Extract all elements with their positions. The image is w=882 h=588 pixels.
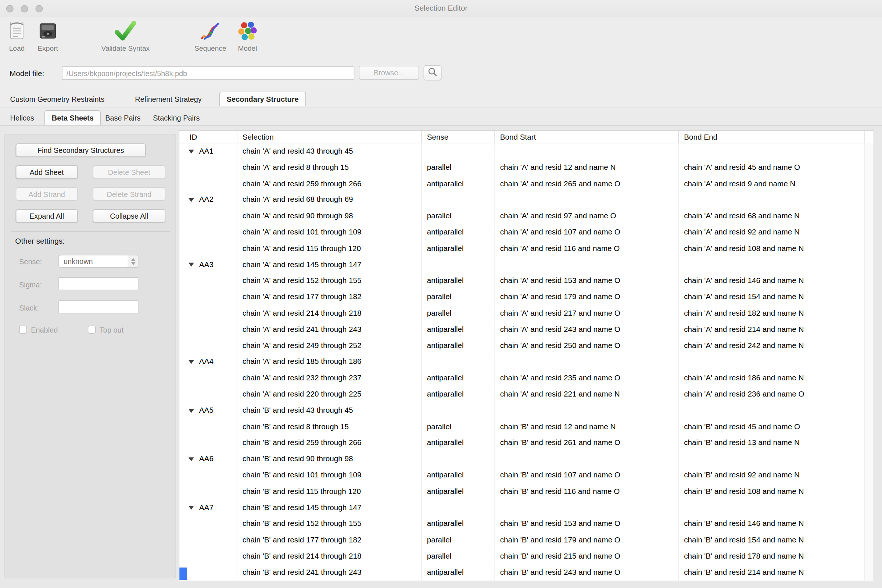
cell-bond-start: chain 'A' and resid 179 and name O (495, 289, 679, 305)
cell-sense: antiparallel (422, 225, 495, 241)
column-header-selection[interactable]: Selection (237, 131, 422, 143)
table-row[interactable]: chain 'A' and resid 177 through 182paral… (179, 289, 873, 305)
disclosure-triangle-icon[interactable] (189, 409, 194, 413)
column-header-bond-end[interactable]: Bond End (679, 131, 864, 143)
cell-bond-start: chain 'B' and resid 179 and name O (495, 532, 679, 548)
toolbar-button-export[interactable]: Export (33, 19, 63, 52)
table-row[interactable]: chain 'A' and resid 90 through 98paralle… (179, 208, 873, 225)
table-row[interactable]: chain 'B' and resid 259 through 266antip… (179, 435, 873, 451)
cell-selection: chain 'A' and resid 259 through 266 (237, 176, 422, 192)
cell-bond-start (495, 403, 679, 419)
table-row[interactable]: chain 'A' and resid 259 through 266antip… (179, 176, 873, 192)
toolbar-button-validate-syntax[interactable]: Validate Syntax (96, 19, 155, 52)
table-row[interactable]: AA5chain 'B' and resid 43 through 45 (179, 403, 873, 419)
cell-selection: chain 'B' and resid 145 through 147 (237, 500, 422, 516)
table-row[interactable]: chain 'A' and resid 220 through 225antip… (179, 386, 873, 402)
table-row[interactable]: AA6chain 'B' and resid 90 through 98 (179, 451, 873, 468)
table-row[interactable]: AA7chain 'B' and resid 145 through 147 (179, 500, 873, 516)
disclosure-triangle-icon[interactable] (189, 360, 194, 364)
disclosure-triangle-icon[interactable] (189, 150, 194, 154)
table-row[interactable]: chain 'B' and resid 152 through 155antip… (179, 516, 873, 532)
cell-bond-end: chain 'B' and resid 13 and name N (679, 435, 864, 451)
table-row[interactable]: AA3chain 'A' and resid 145 through 147 (179, 257, 873, 273)
sheet-id-text: AA1 (199, 143, 213, 159)
disclosure-triangle-icon[interactable] (189, 263, 194, 267)
table-row[interactable]: chain 'A' and resid 115 through 120antip… (179, 241, 873, 257)
table-row[interactable]: chain 'A' and resid 241 through 243antip… (179, 322, 873, 338)
table-row[interactable]: chain 'A' and resid 101 through 109antip… (179, 225, 873, 241)
find-secondary-structures-button[interactable]: Find Secondary Structures (16, 143, 146, 157)
cell-bond-start (495, 354, 679, 370)
table-row[interactable]: AA4chain 'A' and resid 185 through 186 (179, 354, 873, 370)
cell-selection: chain 'B' and resid 115 through 120 (237, 484, 422, 500)
expand-all-button[interactable]: Expand All (16, 209, 78, 223)
tab-secondary-structure[interactable]: Secondary Structure (219, 92, 306, 106)
cell-id (179, 548, 237, 564)
delete-sheet-button[interactable]: Delete Sheet (93, 165, 165, 179)
column-header-sense[interactable]: Sense (422, 131, 495, 143)
table-row[interactable]: chain 'B' and resid 214 through 218paral… (179, 548, 873, 564)
vertical-scrollbar[interactable] (865, 143, 873, 580)
search-model-button[interactable] (424, 65, 442, 81)
top-out-checkbox[interactable] (88, 326, 96, 333)
table-row[interactable]: chain 'A' and resid 152 through 155antip… (179, 273, 873, 289)
table-row[interactable]: AA2chain 'A' and resid 68 through 69 (179, 192, 873, 208)
toolbar-button-model[interactable]: Model (232, 19, 264, 52)
table-row[interactable]: chain 'A' and resid 214 through 218paral… (179, 305, 873, 322)
cell-bond-start: chain 'A' and resid 107 and name O (495, 225, 679, 241)
cell-id (179, 564, 237, 580)
sense-dropdown[interactable]: unknown (58, 255, 138, 267)
cell-id (179, 225, 237, 241)
slack-input[interactable] (58, 300, 138, 313)
cell-bond-end (679, 403, 864, 419)
cell-id (179, 435, 237, 451)
beta-sheets-table: ID Selection Sense Bond Start Bond End A… (179, 130, 874, 580)
collapse-all-button[interactable]: Collapse All (93, 209, 165, 223)
cell-bond-end (679, 192, 864, 208)
table-row[interactable]: chain 'A' and resid 232 through 237antip… (179, 370, 873, 386)
export-disk-icon (33, 19, 63, 43)
browse-button[interactable]: Browse... (359, 66, 419, 80)
cell-selection: chain 'B' and resid 214 through 218 (237, 548, 422, 564)
cell-selection: chain 'B' and resid 43 through 45 (237, 403, 422, 419)
cell-bond-end (679, 500, 864, 516)
tab-beta-sheets[interactable]: Beta Sheets (45, 110, 101, 125)
column-header-id[interactable]: ID (179, 131, 237, 143)
tab-base-pairs[interactable]: Base Pairs (100, 111, 146, 125)
tab-stacking-pairs[interactable]: Stacking Pairs (147, 111, 206, 125)
enabled-checkbox[interactable] (19, 326, 27, 333)
sigma-input[interactable] (58, 278, 138, 290)
cell-bond-start: chain 'A' and resid 153 and name O (495, 273, 679, 289)
table-row[interactable]: chain 'B' and resid 115 through 120antip… (179, 484, 873, 500)
toolbar-button-sequence[interactable]: Sequence (188, 19, 232, 52)
toolbar: Load Export (0, 17, 882, 59)
sheet-id-text: AA3 (199, 257, 213, 273)
table-row[interactable]: chain 'B' and resid 101 through 109antip… (179, 468, 873, 484)
table-row[interactable]: chain 'A' and resid 8 through 15parallel… (179, 159, 873, 176)
cell-bond-end (679, 257, 864, 273)
tab-refinement-strategy[interactable]: Refinement Strategy (129, 92, 207, 106)
table-row[interactable]: chain 'B' and resid 241 through 243antip… (179, 564, 873, 580)
toolbar-button-load[interactable]: Load (3, 19, 30, 52)
table-row[interactable]: chain 'B' and resid 177 through 182paral… (179, 532, 873, 548)
model-file-input[interactable] (62, 66, 354, 80)
add-sheet-button[interactable]: Add Sheet (16, 165, 78, 179)
cell-bond-start: chain 'B' and resid 12 and name N (495, 419, 679, 435)
table-row[interactable]: chain 'B' and resid 8 through 15parallel… (179, 419, 873, 435)
disclosure-triangle-icon[interactable] (189, 506, 194, 510)
tab-helices[interactable]: Helices (4, 111, 40, 125)
delete-strand-button[interactable]: Delete Strand (93, 188, 165, 201)
disclosure-triangle-icon[interactable] (189, 457, 194, 461)
sheet-id-text: AA6 (199, 451, 213, 468)
cell-bond-end: chain 'A' and resid 45 and name O (679, 159, 864, 176)
disclosure-triangle-icon[interactable] (189, 198, 194, 202)
tab-custom-geometry-restraints[interactable]: Custom Geometry Restraints (4, 92, 110, 106)
cell-bond-start: chain 'A' and resid 217 and name O (495, 305, 679, 322)
column-header-bond-start[interactable]: Bond Start (495, 131, 679, 143)
other-settings-heading: Other settings: (15, 237, 64, 245)
table-row[interactable]: AA1chain 'A' and resid 43 through 45 (179, 143, 873, 159)
add-strand-button[interactable]: Add Strand (16, 188, 78, 201)
cell-bond-end: chain 'A' and resid 182 and name N (679, 305, 864, 322)
sigma-label: Sigma: (19, 281, 42, 289)
table-row[interactable]: chain 'A' and resid 249 through 252antip… (179, 338, 873, 354)
